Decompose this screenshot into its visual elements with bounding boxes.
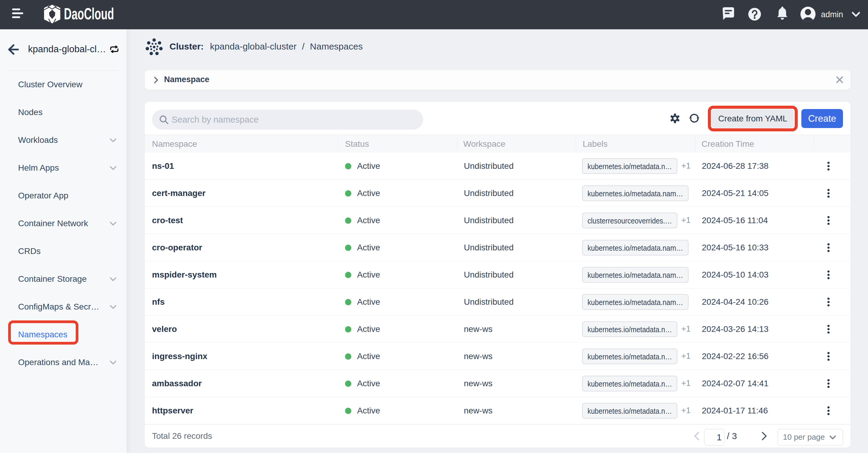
svg-text:DaoCloud: DaoCloud <box>64 5 114 23</box>
